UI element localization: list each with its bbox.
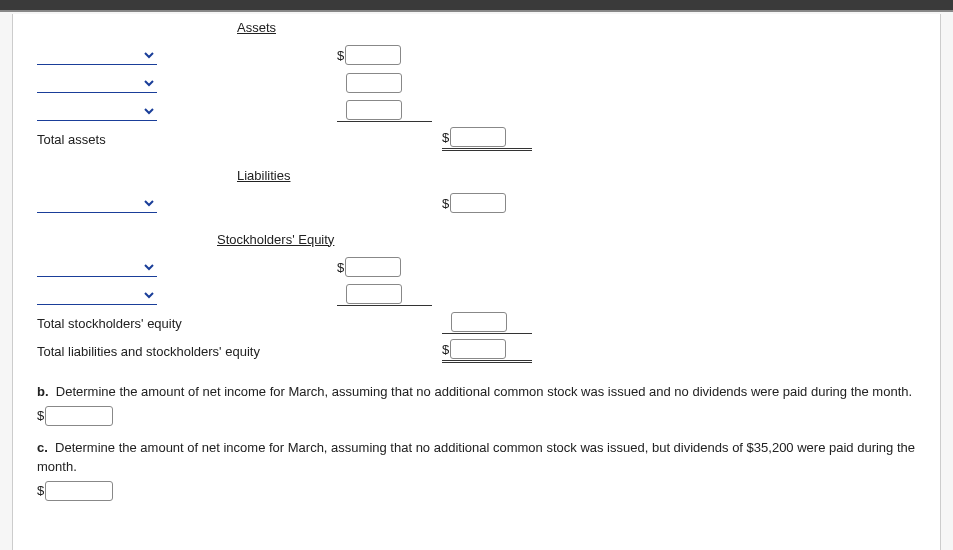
equity-heading: Stockholders' Equity — [187, 230, 387, 249]
question-b-prefix: b. — [37, 384, 49, 399]
worksheet-page: Assets $ Total assets — [12, 14, 941, 550]
total-equity-label: Total stockholders' equity — [37, 316, 387, 331]
asset-2-amount[interactable] — [346, 73, 402, 93]
question-c-text: Determine the amount of net income for M… — [37, 440, 915, 475]
window-top-bar — [0, 0, 953, 12]
currency-symbol: $ — [442, 342, 450, 357]
currency-symbol: $ — [37, 483, 45, 498]
asset-1-select[interactable] — [37, 46, 157, 65]
liability-1-select[interactable] — [37, 194, 157, 213]
assets-heading: Assets — [187, 18, 387, 37]
liability-1-amount[interactable] — [450, 193, 506, 213]
question-b: b. Determine the amount of net income fo… — [37, 382, 916, 402]
question-c: c. Determine the amount of net income fo… — [37, 438, 916, 477]
question-c-input[interactable] — [45, 481, 113, 501]
total-equity-amount[interactable] — [451, 312, 507, 332]
equity-1-select[interactable] — [37, 258, 157, 277]
question-c-prefix: c. — [37, 440, 48, 455]
liabilities-heading: Liabilities — [187, 166, 387, 185]
currency-symbol: $ — [37, 408, 45, 423]
equity-2-amount[interactable] — [346, 284, 402, 304]
currency-symbol: $ — [442, 196, 450, 211]
equity-1-amount[interactable] — [345, 257, 401, 277]
total-assets-amount[interactable] — [450, 127, 506, 147]
asset-3-select[interactable] — [37, 102, 157, 121]
question-b-input[interactable] — [45, 406, 113, 426]
currency-symbol: $ — [337, 48, 345, 63]
total-liab-equity-amount[interactable] — [450, 339, 506, 359]
asset-1-amount[interactable] — [345, 45, 401, 65]
asset-3-amount[interactable] — [346, 100, 402, 120]
equity-2-select[interactable] — [37, 286, 157, 305]
currency-symbol: $ — [337, 260, 345, 275]
total-liab-equity-label: Total liabilities and stockholders' equi… — [37, 344, 387, 359]
currency-symbol: $ — [442, 130, 450, 145]
asset-2-select[interactable] — [37, 74, 157, 93]
total-assets-label: Total assets — [37, 132, 387, 147]
question-b-text: Determine the amount of net income for M… — [56, 384, 912, 399]
